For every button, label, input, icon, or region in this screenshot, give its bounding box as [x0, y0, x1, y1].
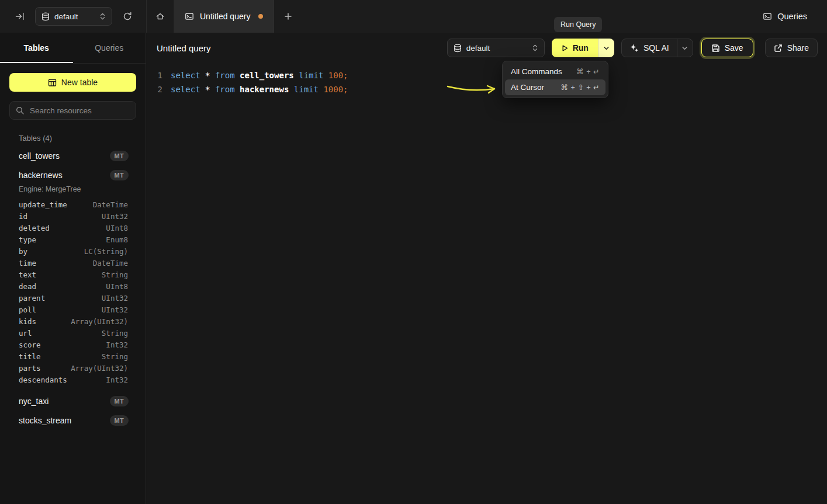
sidebar-tab-tables[interactable]: Tables: [0, 33, 73, 63]
column-name: deleted: [19, 224, 50, 232]
tab-untitled-query[interactable]: Untitled query: [174, 0, 274, 33]
column-name: parts: [19, 364, 41, 373]
table-row-cell-towers[interactable]: cell_towers MT: [9, 146, 136, 165]
column-type: LC(String): [84, 247, 128, 256]
column-type: String: [102, 329, 128, 338]
menu-item-label: All Commands: [511, 67, 562, 76]
sql-editor[interactable]: 1select * from cell_towers limit 100;2se…: [146, 63, 827, 96]
query-icon: [763, 12, 772, 21]
save-button[interactable]: Save: [701, 39, 753, 57]
sql-ai-button[interactable]: SQL AI: [622, 39, 677, 57]
column-name: text: [19, 270, 36, 279]
column-type: String: [102, 270, 128, 279]
table-row-nyc-taxi[interactable]: nyc_taxi MT: [9, 391, 136, 411]
tab-label: Untitled query: [200, 12, 250, 21]
query-icon: [185, 12, 194, 21]
home-icon: [155, 12, 165, 21]
menu-item-shortcut: ⌘ + ↵: [576, 67, 600, 76]
column-type: UInt8: [106, 282, 128, 291]
new-table-label: New table: [61, 78, 98, 87]
column-row: parentUInt32: [9, 292, 136, 304]
sidebar-tabs: Tables Queries: [0, 33, 146, 64]
column-row: textString: [9, 269, 136, 280]
table-row-stocks-stream[interactable]: stocks_stream MT: [9, 411, 136, 430]
plus-icon: [284, 12, 292, 20]
tab-home[interactable]: [147, 0, 174, 33]
column-row: partsArray(UInt32): [9, 362, 136, 374]
column-name: descendants: [19, 376, 67, 384]
sidebar-tab-queries[interactable]: Queries: [73, 33, 146, 63]
table-row-hackernews[interactable]: hackernews MT: [9, 165, 136, 185]
code-text: select * from hackernews limit 1000;: [171, 82, 348, 96]
tables-section-title: Tables (4): [9, 134, 136, 142]
engine-badge: MT: [110, 170, 129, 180]
column-type: Enum8: [106, 235, 128, 244]
chevrons-up-down-icon: [99, 12, 106, 20]
new-table-button[interactable]: New table: [9, 73, 136, 92]
share-button[interactable]: Share: [765, 39, 818, 57]
column-type: String: [102, 352, 128, 361]
menu-item-at-cursor[interactable]: At Cursor ⌘ + ⇧ + ↵: [505, 79, 605, 95]
column-row: descendantsInt32: [9, 374, 136, 385]
menu-item-shortcut: ⌘ + ⇧ + ↵: [561, 83, 600, 92]
column-row: kidsArray(UInt32): [9, 315, 136, 327]
column-type: Array(UInt32): [71, 364, 128, 373]
unsaved-indicator-dot: [258, 14, 263, 19]
column-name: parent: [19, 294, 45, 303]
code-text: select * from cell_towers limit 100;: [171, 68, 348, 82]
table-name: hackernews: [19, 171, 110, 180]
topbar: default Untitled query: [0, 0, 827, 33]
database-selector[interactable]: default: [447, 39, 545, 57]
sql-ai-caret-button[interactable]: [677, 39, 693, 57]
sidebar-content: New table Tables (4) cell_towers MT hack…: [0, 64, 146, 430]
column-row: byLC(String): [9, 245, 136, 257]
column-name: dead: [19, 282, 36, 291]
table-name: cell_towers: [19, 151, 110, 161]
page-title: Untitled query: [157, 43, 211, 53]
column-type: Int32: [106, 376, 128, 384]
engine-badge: MT: [110, 415, 129, 426]
column-row: deadUInt8: [9, 280, 136, 292]
engine-badge: MT: [110, 396, 129, 406]
chevron-down-icon: [603, 45, 610, 51]
run-button[interactable]: Run: [552, 39, 598, 57]
line-number: 1: [146, 68, 162, 82]
column-row: urlString: [9, 327, 136, 339]
column-row: scoreInt32: [9, 339, 136, 350]
query-header: Untitled query default Run: [146, 33, 827, 63]
column-name: by: [19, 247, 27, 256]
line-number: 2: [146, 82, 162, 96]
sidebar: Tables Queries New table Tables (4) cell…: [0, 33, 146, 504]
collapse-sidebar-button[interactable]: [13, 9, 27, 23]
new-tab-button[interactable]: [274, 0, 302, 33]
code-line[interactable]: 2select * from hackernews limit 1000;: [146, 82, 827, 96]
column-row: timeDateTime: [9, 257, 136, 269]
share-icon: [774, 44, 783, 53]
database-selector[interactable]: default: [35, 7, 112, 26]
tab-strip: Untitled query: [146, 0, 302, 33]
code-line[interactable]: 1select * from cell_towers limit 100;: [146, 68, 827, 82]
run-options-caret-button[interactable]: [598, 39, 614, 57]
play-icon: [561, 44, 569, 52]
search-input[interactable]: [29, 106, 134, 116]
arrow-to-bar-icon: [15, 12, 25, 21]
column-name: id: [19, 212, 27, 221]
column-type: Array(UInt32): [71, 317, 128, 326]
run-options-menu: All Commands ⌘ + ↵ At Cursor ⌘ + ⇧ + ↵: [502, 61, 608, 98]
topbar-left: default: [0, 0, 146, 33]
column-type: UInt32: [102, 294, 128, 303]
menu-item-all-commands[interactable]: All Commands ⌘ + ↵: [505, 64, 605, 79]
save-floppy-icon: [711, 44, 720, 53]
chevron-down-icon: [681, 45, 688, 51]
column-type: UInt32: [102, 305, 128, 314]
queries-button[interactable]: Queries: [759, 11, 811, 22]
refresh-button[interactable]: [120, 9, 134, 23]
column-row: idUInt32: [9, 210, 136, 222]
column-name: time: [19, 259, 36, 267]
table-name: stocks_stream: [19, 416, 110, 425]
column-type: DateTime: [93, 200, 128, 209]
column-name: url: [19, 329, 32, 338]
column-type: UInt32: [102, 212, 128, 221]
table-grid-icon: [48, 78, 57, 87]
column-row: update_timeDateTime: [9, 199, 136, 210]
